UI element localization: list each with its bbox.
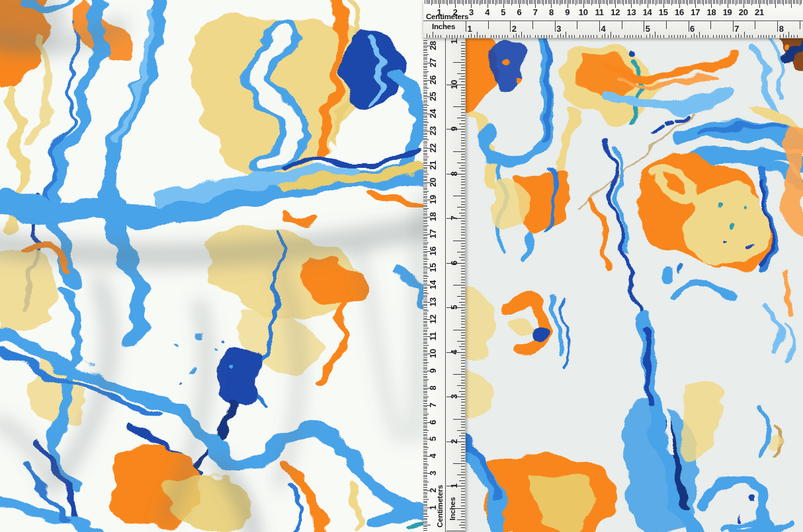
inch-tick: [461, 282, 466, 283]
inch-tick: [579, 35, 580, 38]
cm-tick: [423, 443, 427, 443]
cm-tick: [423, 201, 427, 202]
inch-tick: [461, 402, 466, 402]
inch-tick: [541, 35, 542, 38]
inch-tick: [461, 54, 466, 54]
cm-tick: [423, 468, 427, 469]
cm-tick: [423, 184, 427, 184]
inch-tick: [705, 35, 706, 38]
inch-tick: [453, 196, 466, 196]
inch-tick: [457, 207, 466, 208]
cm-tick: [575, 0, 576, 5]
inch-tick: [457, 385, 466, 386]
inch-tick: [496, 35, 497, 38]
cm-tick: [423, 398, 427, 399]
cm-tick: [644, 0, 645, 4]
inch-tick: [461, 248, 466, 249]
cm-tick: [423, 383, 427, 383]
cm-tick: [611, 0, 611, 4]
cm-tick: [423, 447, 429, 448]
cm-tick: [423, 73, 427, 73]
cm-tick: [772, 0, 773, 4]
cm-tick: [546, 0, 547, 4]
inch-tick: [457, 73, 466, 74]
cm-tick: [691, 0, 691, 4]
cm-number: 6: [428, 420, 438, 424]
inch-tick: [461, 522, 466, 523]
inch-tick: [461, 235, 466, 235]
cm-tick: [423, 221, 427, 222]
inch-tick: [710, 21, 711, 29]
cm-tick: [766, 0, 767, 4]
cm-number: 11: [428, 332, 438, 340]
cm-tick: [558, 0, 558, 4]
cm-tick: [779, 0, 779, 4]
inch-tick: [461, 358, 466, 358]
cm-tick: [668, 0, 669, 4]
cm-tick: [524, 0, 525, 4]
cm-tick: [423, 136, 427, 137]
inch-tick: [752, 35, 753, 38]
cm-tick: [423, 171, 427, 171]
cm-tick: [423, 134, 427, 135]
cm-tick: [449, 0, 450, 4]
inch-tick: [461, 494, 466, 495]
cm-tick: [710, 0, 710, 4]
cm-number: 12: [428, 315, 438, 324]
inch-tick: [459, 436, 466, 436]
cm-tick: [457, 0, 458, 4]
cm-tick: [423, 218, 427, 219]
inch-tick: [457, 252, 466, 252]
cm-tick: [561, 0, 562, 4]
cm-tick: [423, 348, 427, 349]
inch-tick: [800, 21, 800, 29]
cm-tick: [423, 525, 431, 525]
vertical-ruler-cm-scale: 1234567891011121314151617181920212223242…: [423, 38, 445, 532]
horizontal-centimeters-label: Centimeters: [426, 13, 468, 20]
cm-tick: [423, 330, 427, 330]
inch-tick: [457, 296, 466, 297]
inch-tick: [461, 157, 466, 157]
inch-tick: [461, 45, 466, 46]
inch-tick: [708, 35, 708, 38]
cm-tick: [423, 124, 427, 125]
cm-tick: [423, 57, 427, 58]
inch-tick: [461, 221, 466, 221]
inch-tick: [797, 35, 798, 38]
cm-tick: [423, 56, 427, 56]
inch-tick: [461, 268, 466, 269]
cm-tick: [423, 61, 427, 61]
inch-tick: [463, 35, 464, 38]
inch-tick: [663, 35, 664, 38]
cm-tick: [423, 372, 427, 373]
cm-tick: [793, 0, 794, 4]
cm-tick: [423, 198, 427, 198]
cm-tick: [423, 264, 427, 265]
cm-number: 8: [428, 385, 438, 390]
cm-number: 6: [517, 7, 522, 17]
cm-tick: [595, 0, 595, 4]
inch-tick: [461, 371, 466, 372]
cm-tick: [423, 492, 427, 493]
cm-number: 25: [428, 92, 438, 101]
inch-tick: [544, 35, 544, 38]
cm-tick: [527, 0, 528, 5]
inch-tick: [461, 310, 466, 311]
cm-number: 13: [626, 7, 636, 17]
cm-tick: [423, 459, 427, 460]
cm-number: 13: [428, 297, 438, 307]
cm-tick: [423, 81, 427, 82]
cm-tick: [423, 188, 427, 188]
cm-number: 24: [428, 109, 438, 118]
cm-tick: [423, 98, 427, 99]
inch-tick: [680, 35, 681, 38]
inch-tick: [461, 137, 466, 138]
inch-tick: [461, 254, 466, 255]
cm-tick: [786, 0, 787, 4]
cm-tick: [423, 54, 429, 55]
cm-tick: [423, 249, 427, 250]
cm-tick: [423, 288, 427, 289]
cm-tick: [623, 0, 624, 5]
cm-tick: [423, 458, 427, 459]
inch-tick: [461, 154, 466, 155]
